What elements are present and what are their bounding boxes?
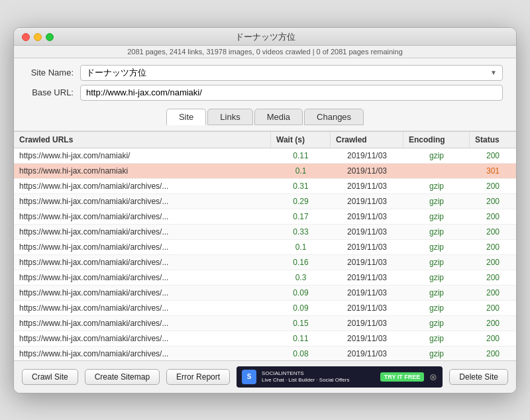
table-header: Crawled URLs Wait (s) Crawled Encoding S…: [14, 131, 516, 148]
crawl-site-button[interactable]: Crawl Site: [22, 369, 78, 385]
status-bar: 2081 pages, 2414 links, 31978 images, 0 …: [14, 46, 516, 58]
ad-close-button[interactable]: ⊗: [429, 372, 437, 382]
cell-url: https://www.hi-jax.com/namiaki/archives/…: [14, 301, 271, 315]
cell-wait: 0.1: [271, 240, 331, 254]
table-row[interactable]: https://www.hi-jax.com/namiaki/archives/…: [14, 316, 516, 331]
delete-site-button[interactable]: Delete Site: [449, 369, 508, 385]
cell-crawled: 2019/11/03: [331, 164, 403, 178]
cell-status: 301: [470, 164, 516, 178]
cell-url: https://www.hi-jax.com/namiaki/archives/…: [14, 286, 271, 300]
cell-status: 200: [470, 331, 516, 346]
col-header-crawled: Crawled: [331, 132, 403, 148]
table-row[interactable]: https://www.hi-jax.com/namiaki0.12019/11…: [14, 164, 516, 179]
tab-site[interactable]: Site: [166, 109, 206, 125]
cell-encoding: gzip: [403, 301, 470, 315]
cell-status: 200: [470, 301, 516, 315]
cell-crawled: 2019/11/03: [331, 148, 403, 163]
cell-encoding: gzip: [403, 346, 470, 360]
cell-status: 200: [470, 346, 516, 360]
cell-crawled: 2019/11/03: [331, 225, 403, 239]
cell-url: https://www.hi-jax.com/namiaki/archives/…: [14, 270, 271, 285]
cell-wait: 0.31: [271, 179, 331, 193]
cell-url: https://www.hi-jax.com/namiaki/: [14, 148, 271, 163]
cell-wait: 0.11: [271, 148, 331, 163]
error-report-button[interactable]: Error Report: [166, 369, 230, 385]
cell-status: 200: [470, 240, 516, 254]
cell-encoding: gzip: [403, 316, 470, 331]
cell-status: 200: [470, 225, 516, 239]
ad-cta-button[interactable]: TRY IT FREE: [380, 372, 425, 382]
base-url-input[interactable]: http://www.hi-jax.com/namiaki/: [80, 85, 503, 101]
table-row[interactable]: https://www.hi-jax.com/namiaki/archives/…: [14, 270, 516, 286]
cell-status: 200: [470, 286, 516, 300]
cell-crawled: 2019/11/03: [331, 286, 403, 300]
table-row[interactable]: https://www.hi-jax.com/namiaki/archives/…: [14, 194, 516, 209]
table-area: Crawled URLs Wait (s) Crawled Encoding S…: [14, 131, 516, 360]
maximize-button[interactable]: [46, 33, 54, 41]
close-button[interactable]: [22, 33, 30, 41]
cell-url: https://www.hi-jax.com/namiaki/archives/…: [14, 225, 271, 239]
cell-status: 200: [470, 148, 516, 163]
cell-encoding: gzip: [403, 148, 470, 163]
cell-encoding: gzip: [403, 225, 470, 239]
site-name-row: Site Name: ドーナッツ方位 ▼: [27, 65, 503, 81]
base-url-value: http://www.hi-jax.com/namiaki/: [86, 87, 202, 97]
cell-encoding: [403, 164, 470, 178]
cell-status: 200: [470, 255, 516, 270]
cell-url: https://www.hi-jax.com/namiaki/archives/…: [14, 346, 271, 360]
table-row[interactable]: https://www.hi-jax.com/namiaki/archives/…: [14, 255, 516, 270]
cell-wait: 0.16: [271, 255, 331, 270]
cell-wait: 0.29: [271, 194, 331, 209]
site-name-value: ドーナッツ方位: [86, 67, 146, 79]
cell-wait: 0.11: [271, 331, 331, 346]
cell-url: https://www.hi-jax.com/namiaki/archives/…: [14, 194, 271, 209]
cell-wait: 0.33: [271, 225, 331, 239]
cell-url: https://www.hi-jax.com/namiaki/archives/…: [14, 331, 271, 346]
cell-encoding: gzip: [403, 194, 470, 209]
col-header-status: Status: [470, 132, 516, 148]
cell-status: 200: [470, 194, 516, 209]
window-title: ドーナッツ方位: [235, 31, 295, 43]
tab-links[interactable]: Links: [207, 109, 252, 125]
table-body: https://www.hi-jax.com/namiaki/0.112019/…: [14, 148, 516, 360]
cell-crawled: 2019/11/03: [331, 209, 403, 224]
cell-crawled: 2019/11/03: [331, 331, 403, 346]
table-row[interactable]: https://www.hi-jax.com/namiaki/archives/…: [14, 331, 516, 346]
cell-wait: 0.17: [271, 209, 331, 224]
col-header-encoding: Encoding: [403, 132, 470, 148]
cell-url: https://www.hi-jax.com/namiaki/archives/…: [14, 240, 271, 254]
cell-crawled: 2019/11/03: [331, 301, 403, 315]
cell-crawled: 2019/11/03: [331, 255, 403, 270]
ad-text: SOCIALINTENTS Live Chat · List Builder ·…: [262, 370, 375, 383]
create-sitemap-button[interactable]: Create Sitemap: [85, 369, 160, 385]
table-row[interactable]: https://www.hi-jax.com/namiaki/archives/…: [14, 240, 516, 255]
cell-url: https://www.hi-jax.com/namiaki/archives/…: [14, 179, 271, 193]
site-name-select[interactable]: ドーナッツ方位 ▼: [80, 65, 503, 81]
tab-changes[interactable]: Changes: [304, 109, 364, 125]
status-text: 2081 pages, 2414 links, 31978 images, 0 …: [127, 48, 403, 56]
cell-url: https://www.hi-jax.com/namiaki: [14, 164, 271, 178]
cell-wait: 0.09: [271, 286, 331, 300]
cell-url: https://www.hi-jax.com/namiaki/archives/…: [14, 316, 271, 331]
cell-crawled: 2019/11/03: [331, 270, 403, 285]
cell-encoding: gzip: [403, 270, 470, 285]
table-row[interactable]: https://www.hi-jax.com/namiaki/archives/…: [14, 225, 516, 240]
app-window: ドーナッツ方位 2081 pages, 2414 links, 31978 im…: [13, 27, 517, 394]
col-header-wait: Wait (s): [271, 132, 331, 148]
cell-status: 200: [470, 179, 516, 193]
titlebar: ドーナッツ方位: [14, 28, 516, 46]
cell-url: https://www.hi-jax.com/namiaki/archives/…: [14, 209, 271, 224]
table-row[interactable]: https://www.hi-jax.com/namiaki/archives/…: [14, 286, 516, 301]
cell-encoding: gzip: [403, 240, 470, 254]
cell-wait: 0.3: [271, 270, 331, 285]
table-row[interactable]: https://www.hi-jax.com/namiaki/archives/…: [14, 301, 516, 316]
table-row[interactable]: https://www.hi-jax.com/namiaki/archives/…: [14, 346, 516, 360]
cell-url: https://www.hi-jax.com/namiaki/archives/…: [14, 255, 271, 270]
table-row[interactable]: https://www.hi-jax.com/namiaki/archives/…: [14, 209, 516, 225]
minimize-button[interactable]: [34, 33, 42, 41]
table-row[interactable]: https://www.hi-jax.com/namiaki/archives/…: [14, 179, 516, 194]
cell-crawled: 2019/11/03: [331, 346, 403, 360]
tab-media[interactable]: Media: [254, 109, 303, 125]
cell-encoding: gzip: [403, 209, 470, 224]
table-row[interactable]: https://www.hi-jax.com/namiaki/0.112019/…: [14, 148, 516, 164]
